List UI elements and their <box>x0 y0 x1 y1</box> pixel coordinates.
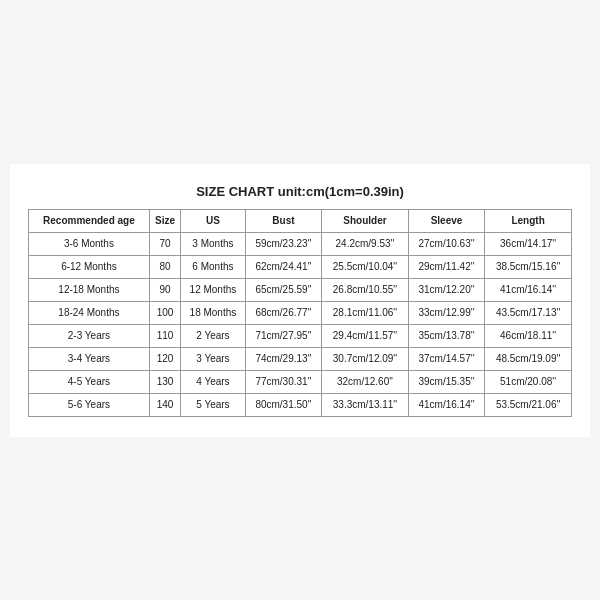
column-header: Recommended age <box>29 209 150 232</box>
table-cell: 18 Months <box>181 301 246 324</box>
table-cell: 28.1cm/11.06'' <box>322 301 409 324</box>
table-cell: 43.5cm/17.13'' <box>485 301 572 324</box>
table-cell: 26.8cm/10.55'' <box>322 278 409 301</box>
table-cell: 140 <box>149 393 180 416</box>
table-cell: 3-6 Months <box>29 232 150 255</box>
table-row: 3-6 Months703 Months59cm/23.23''24.2cm/9… <box>29 232 572 255</box>
table-cell: 35cm/13.78'' <box>408 324 484 347</box>
table-cell: 38.5cm/15.16'' <box>485 255 572 278</box>
column-header: Shoulder <box>322 209 409 232</box>
column-header: Bust <box>245 209 321 232</box>
table-cell: 25.5cm/10.04'' <box>322 255 409 278</box>
table-cell: 4 Years <box>181 370 246 393</box>
table-cell: 18-24 Months <box>29 301 150 324</box>
table-cell: 48.5cm/19.09'' <box>485 347 572 370</box>
table-header-row: Recommended ageSizeUSBustShoulderSleeveL… <box>29 209 572 232</box>
table-row: 3-4 Years1203 Years74cm/29.13''30.7cm/12… <box>29 347 572 370</box>
table-cell: 24.2cm/9.53'' <box>322 232 409 255</box>
table-cell: 32cm/12.60'' <box>322 370 409 393</box>
table-cell: 5-6 Years <box>29 393 150 416</box>
table-cell: 77cm/30.31'' <box>245 370 321 393</box>
table-cell: 5 Years <box>181 393 246 416</box>
table-cell: 70 <box>149 232 180 255</box>
table-cell: 46cm/18.11'' <box>485 324 572 347</box>
table-cell: 68cm/26.77'' <box>245 301 321 324</box>
table-cell: 71cm/27.95'' <box>245 324 321 347</box>
table-cell: 74cm/29.13'' <box>245 347 321 370</box>
table-cell: 2 Years <box>181 324 246 347</box>
table-cell: 51cm/20.08'' <box>485 370 572 393</box>
table-cell: 36cm/14.17'' <box>485 232 572 255</box>
table-cell: 80 <box>149 255 180 278</box>
table-cell: 80cm/31.50'' <box>245 393 321 416</box>
table-cell: 33cm/12.99'' <box>408 301 484 324</box>
table-cell: 29.4cm/11.57'' <box>322 324 409 347</box>
table-cell: 59cm/23.23'' <box>245 232 321 255</box>
table-cell: 27cm/10.63'' <box>408 232 484 255</box>
chart-title: SIZE CHART unit:cm(1cm=0.39in) <box>28 184 572 199</box>
table-cell: 3-4 Years <box>29 347 150 370</box>
table-cell: 33.3cm/13.11'' <box>322 393 409 416</box>
table-cell: 6 Months <box>181 255 246 278</box>
table-row: 18-24 Months10018 Months68cm/26.77''28.1… <box>29 301 572 324</box>
table-cell: 3 Years <box>181 347 246 370</box>
table-cell: 110 <box>149 324 180 347</box>
table-cell: 6-12 Months <box>29 255 150 278</box>
size-chart-container: SIZE CHART unit:cm(1cm=0.39in) Recommend… <box>10 164 590 437</box>
table-cell: 29cm/11.42'' <box>408 255 484 278</box>
table-body: 3-6 Months703 Months59cm/23.23''24.2cm/9… <box>29 232 572 416</box>
table-cell: 90 <box>149 278 180 301</box>
table-cell: 53.5cm/21.06'' <box>485 393 572 416</box>
column-header: Sleeve <box>408 209 484 232</box>
table-row: 6-12 Months806 Months62cm/24.41''25.5cm/… <box>29 255 572 278</box>
column-header: Length <box>485 209 572 232</box>
table-cell: 30.7cm/12.09'' <box>322 347 409 370</box>
table-cell: 120 <box>149 347 180 370</box>
table-cell: 62cm/24.41'' <box>245 255 321 278</box>
column-header: US <box>181 209 246 232</box>
table-row: 2-3 Years1102 Years71cm/27.95''29.4cm/11… <box>29 324 572 347</box>
table-cell: 3 Months <box>181 232 246 255</box>
size-table: Recommended ageSizeUSBustShoulderSleeveL… <box>28 209 572 417</box>
table-cell: 31cm/12.20'' <box>408 278 484 301</box>
table-cell: 41cm/16.14'' <box>408 393 484 416</box>
table-cell: 39cm/15.35'' <box>408 370 484 393</box>
table-cell: 12-18 Months <box>29 278 150 301</box>
table-cell: 65cm/25.59'' <box>245 278 321 301</box>
table-cell: 12 Months <box>181 278 246 301</box>
table-cell: 2-3 Years <box>29 324 150 347</box>
table-row: 12-18 Months9012 Months65cm/25.59''26.8c… <box>29 278 572 301</box>
table-cell: 100 <box>149 301 180 324</box>
table-cell: 4-5 Years <box>29 370 150 393</box>
table-cell: 130 <box>149 370 180 393</box>
table-cell: 41cm/16.14'' <box>485 278 572 301</box>
table-cell: 37cm/14.57'' <box>408 347 484 370</box>
table-row: 5-6 Years1405 Years80cm/31.50''33.3cm/13… <box>29 393 572 416</box>
column-header: Size <box>149 209 180 232</box>
table-row: 4-5 Years1304 Years77cm/30.31''32cm/12.6… <box>29 370 572 393</box>
